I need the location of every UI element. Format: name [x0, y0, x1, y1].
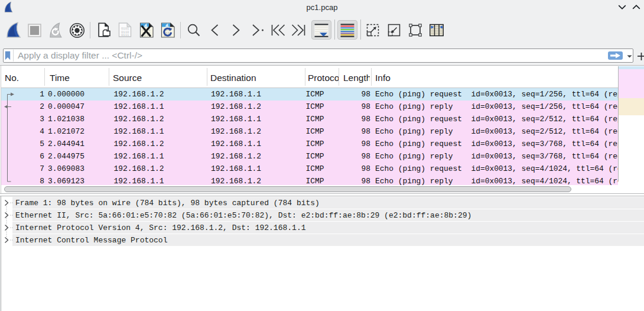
svg-text:0111: 0111: [121, 33, 129, 37]
